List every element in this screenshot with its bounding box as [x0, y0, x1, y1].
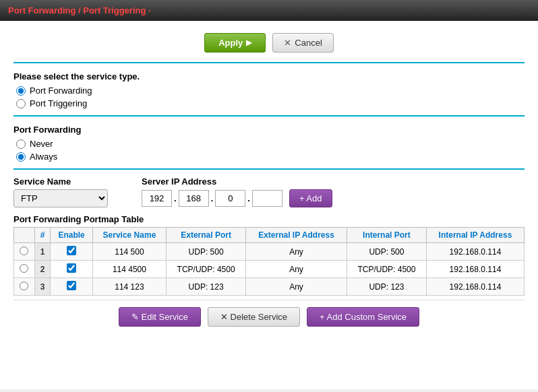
row-cell-1-3: UDP: 500 [347, 243, 426, 261]
divider-2 [13, 115, 525, 117]
divider-3 [13, 168, 525, 170]
col-header-service: Service Name [92, 228, 166, 243]
col-header-select [14, 228, 35, 243]
row-radio-1[interactable] [20, 247, 28, 255]
row-enable-1[interactable] [67, 246, 76, 255]
row-cell-1-2: Any [246, 243, 347, 261]
col-header-enable: Enable [51, 228, 92, 243]
radio-never-input[interactable] [16, 139, 26, 149]
row-radio-2[interactable] [20, 264, 28, 273]
col-header-ext-port: External Port [167, 228, 246, 243]
row-cell-2-0: 114 4500 [92, 261, 166, 278]
radio-port-forwarding-input[interactable] [16, 86, 26, 96]
service-name-select[interactable]: FTP [13, 189, 108, 207]
service-name-group: Service Name FTP [13, 176, 108, 207]
radio-never-label: Never [30, 139, 53, 149]
row-enable-3[interactable] [67, 281, 76, 290]
row-radio-3[interactable] [20, 282, 28, 290]
service-form-row: Service Name FTP Server IP Address . . .… [13, 172, 525, 211]
row-cell-3-3: UDP: 123 [347, 278, 426, 296]
row-num-1: 1 [34, 243, 50, 261]
bottom-bar: ✎ Edit Service ✕ Delete Service + Add Cu… [13, 300, 525, 331]
port-forwarding-title: Port Forwarding [13, 125, 525, 135]
radio-port-triggering-label: Port Triggering [30, 98, 87, 108]
ip-octet-4[interactable] [252, 190, 282, 207]
apply-button[interactable]: Apply [204, 33, 266, 53]
server-ip-label: Server IP Address [142, 176, 332, 187]
row-cell-1-0: 114 500 [92, 243, 166, 261]
toolbar: Apply Cancel [13, 28, 525, 59]
service-type-prompt: Please select the service type. [13, 71, 525, 81]
add-custom-service-button[interactable]: + Add Custom Service [307, 307, 419, 327]
service-type-radio-group: Port Forwarding Port Triggering [13, 86, 525, 108]
ip-octet-3[interactable] [215, 190, 245, 207]
radio-never[interactable]: Never [16, 139, 525, 149]
delete-service-button[interactable]: ✕ Delete Service [208, 307, 300, 327]
ip-dot-3: . [247, 193, 251, 203]
title-bar: Port Forwarding / Port Triggering · [0, 0, 538, 21]
radio-always-label: Always [30, 152, 57, 162]
table-row: 3114 123UDP: 123AnyUDP: 123192.168.0.114 [14, 278, 525, 296]
table-title: Port Forwarding Portmap Table [13, 214, 525, 224]
row-cell-3-1: UDP: 123 [167, 278, 246, 296]
row-cell-2-1: TCP/UDP: 4500 [167, 261, 246, 278]
radio-port-forwarding-label: Port Forwarding [30, 86, 92, 96]
row-num-3: 3 [34, 278, 50, 296]
server-ip-group: Server IP Address . . . + Add [142, 176, 332, 207]
ip-octet-2[interactable] [179, 190, 209, 207]
divider-1 [13, 62, 525, 63]
row-cell-1-1: UDP: 500 [167, 243, 246, 261]
col-header-int-ip: Internal IP Address [426, 228, 524, 243]
col-header-num: # [34, 228, 50, 243]
radio-port-triggering[interactable]: Port Triggering [16, 98, 525, 108]
ip-octet-1[interactable] [142, 190, 172, 207]
row-enable-2[interactable] [67, 263, 76, 273]
service-name-label: Service Name [13, 176, 108, 187]
table-row: 2114 4500TCP/UDP: 4500AnyTCP/UDP: 450019… [14, 261, 525, 278]
row-cell-2-4: 192.168.0.114 [426, 261, 524, 278]
row-cell-1-4: 192.168.0.114 [426, 243, 524, 261]
radio-port-forwarding[interactable]: Port Forwarding [16, 86, 525, 96]
radio-always[interactable]: Always [16, 152, 525, 162]
server-ip-input-group: . . . + Add [142, 189, 332, 207]
table-row: 1114 500UDP: 500AnyUDP: 500192.168.0.114 [14, 243, 525, 261]
row-num-2: 2 [34, 261, 50, 278]
service-type-section: Please select the service type. Port For… [13, 66, 525, 112]
row-cell-3-0: 114 123 [92, 278, 166, 296]
col-header-int-port: Internal Port [347, 228, 426, 243]
row-cell-2-3: TCP/UDP: 4500 [347, 261, 426, 278]
cancel-button[interactable]: Cancel [272, 33, 333, 53]
portmap-table: # Enable Service Name External Port Exte… [13, 227, 525, 296]
ip-dot-1: . [173, 193, 177, 203]
row-cell-2-2: Any [246, 261, 347, 278]
title-text: Port Forwarding / Port Triggering [8, 5, 146, 15]
port-forwarding-radio-group: Never Always [13, 139, 525, 162]
add-button[interactable]: + Add [289, 189, 332, 207]
row-cell-3-2: Any [246, 278, 347, 296]
edit-service-button[interactable]: ✎ Edit Service [119, 307, 201, 327]
row-cell-3-4: 192.168.0.114 [426, 278, 524, 296]
table-header-row: # Enable Service Name External Port Exte… [14, 228, 525, 243]
port-forwarding-section: Port Forwarding Never Always [13, 119, 525, 166]
ip-dot-2: . [210, 193, 214, 203]
col-header-ext-ip: External IP Address [246, 228, 347, 243]
radio-port-triggering-input[interactable] [16, 99, 26, 108]
table-section: Port Forwarding Portmap Table # Enable S… [13, 214, 525, 296]
radio-always-input[interactable] [16, 152, 26, 162]
